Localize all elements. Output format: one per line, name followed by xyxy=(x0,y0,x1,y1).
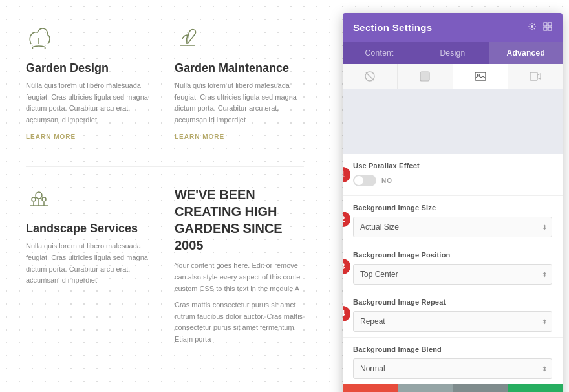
redo-button[interactable]: ↻ xyxy=(453,384,508,392)
grid-icon[interactable] xyxy=(543,22,552,33)
tab-design[interactable]: Design xyxy=(416,42,489,64)
panel-header-icons xyxy=(528,22,552,33)
svg-rect-7 xyxy=(544,27,547,30)
bg-type-color[interactable] xyxy=(398,64,453,89)
card-landscape-title: Landscape Services xyxy=(26,222,155,235)
annotation-2: 2 xyxy=(343,212,350,227)
landscape-icon xyxy=(26,186,155,214)
confirm-button[interactable]: ✓ xyxy=(508,384,563,392)
svg-rect-14 xyxy=(530,72,537,80)
card-garden-maintenance-body: Nulla quis lorem ut libero malesuada feu… xyxy=(175,80,304,125)
parallax-section: 1 Use Parallax Effect NO xyxy=(343,154,563,195)
bg-repeat-select[interactable]: Repeat No Repeat Repeat X Repeat Y xyxy=(353,311,552,332)
card-garden-design-title: Garden Design xyxy=(26,61,155,75)
bg-blend-select[interactable]: Normal Multiply Screen Overlay xyxy=(353,358,552,379)
card-garden-maintenance-title: Garden Maintenance xyxy=(175,61,304,75)
bg-blend-select-wrapper: Normal Multiply Screen Overlay ⬍ xyxy=(353,358,552,379)
card-landscape-body: Nulla quis lorem ut libero malesuada feu… xyxy=(26,241,155,286)
section-body1: Your content goes here. Edit or remove c… xyxy=(175,260,304,294)
svg-point-4 xyxy=(531,25,533,28)
card-garden-maintenance-cta[interactable]: LEARN MORE xyxy=(175,133,304,140)
panel-body: 1 Use Parallax Effect NO 2 Background Im… xyxy=(343,64,563,384)
annotation-1: 1 xyxy=(343,167,350,182)
section-text: WE'VE BEEN CREATING HIGH GARDENS SINCE 2… xyxy=(175,180,304,345)
parallax-label: Use Parallax Effect xyxy=(353,162,552,169)
parallax-toggle[interactable] xyxy=(353,175,376,186)
section-body2: Cras mattis consectetur purus sit amet r… xyxy=(175,299,304,345)
undo-button[interactable]: ↺ xyxy=(398,384,453,392)
cancel-button[interactable]: ✕ xyxy=(343,384,398,392)
bg-type-bar xyxy=(343,64,563,89)
bg-type-clear[interactable] xyxy=(343,64,398,89)
section-block: Landscape Services Nulla quis lorem ut l… xyxy=(26,166,304,345)
bg-type-image[interactable] xyxy=(453,64,508,89)
bg-blend-label: Background Image Blend xyxy=(353,345,552,353)
panel-footer: ✕ ↺ ↻ ✓ xyxy=(343,384,563,392)
bg-size-label: Background Image Size xyxy=(353,204,552,212)
card-grid: Garden Design Nulla quis lorem ut libero… xyxy=(26,19,304,147)
parallax-toggle-label: NO xyxy=(381,177,392,184)
bg-image-preview xyxy=(343,89,563,154)
svg-point-3 xyxy=(42,197,46,201)
annotation-4: 4 xyxy=(343,306,350,321)
bg-size-select-wrapper: Actual Size Cover Contain ⬍ xyxy=(353,217,552,237)
panel-title: Section Settings xyxy=(353,22,432,33)
bg-position-select-wrapper: Top Center Top Left Top Right Center Bot… xyxy=(353,264,552,285)
section-settings-panel: Section Settings Content Design Advanced xyxy=(343,13,563,392)
svg-point-2 xyxy=(32,197,36,201)
svg-line-10 xyxy=(366,72,374,80)
parallax-toggle-row: NO xyxy=(353,175,552,186)
bg-type-video[interactable] xyxy=(508,64,563,89)
svg-rect-11 xyxy=(420,72,429,81)
bg-repeat-section: 4 Background Image Repeat Repeat No Repe… xyxy=(343,290,563,337)
svg-point-1 xyxy=(36,192,42,199)
bg-position-label: Background Image Position xyxy=(353,251,552,259)
bg-size-section: 2 Background Image Size Actual Size Cove… xyxy=(343,196,563,243)
page-content: Garden Design Nulla quis lorem ut libero… xyxy=(0,0,330,392)
bg-size-select[interactable]: Actual Size Cover Contain xyxy=(353,217,552,237)
bg-repeat-select-wrapper: Repeat No Repeat Repeat X Repeat Y ⬍ xyxy=(353,311,552,332)
garden-design-icon xyxy=(26,26,155,54)
panel-tabs: Content Design Advanced xyxy=(343,42,563,64)
card-garden-design-body: Nulla quis lorem ut libero malesuada feu… xyxy=(26,80,155,125)
card-garden-design: Garden Design Nulla quis lorem ut libero… xyxy=(26,19,155,147)
svg-rect-6 xyxy=(548,23,552,26)
section-heading: WE'VE BEEN CREATING HIGH GARDENS SINCE 2… xyxy=(175,186,304,254)
bg-blend-section: Background Image Blend Normal Multiply S… xyxy=(343,338,563,384)
svg-rect-8 xyxy=(548,27,552,30)
card-garden-design-cta[interactable]: LEARN MORE xyxy=(26,133,155,140)
svg-rect-5 xyxy=(544,23,547,26)
annotation-3: 3 xyxy=(343,259,350,274)
bg-repeat-label: Background Image Repeat xyxy=(353,298,552,306)
bg-position-select[interactable]: Top Center Top Left Top Right Center Bot… xyxy=(353,264,552,285)
garden-maintenance-icon xyxy=(175,26,304,54)
settings-icon[interactable] xyxy=(528,22,537,33)
svg-point-0 xyxy=(32,46,45,49)
tab-advanced[interactable]: Advanced xyxy=(489,42,563,64)
svg-rect-12 xyxy=(475,72,486,80)
card-garden-maintenance: Garden Maintenance Nulla quis lorem ut l… xyxy=(175,19,304,147)
tab-content[interactable]: Content xyxy=(343,42,416,64)
bg-position-section: 3 Background Image Position Top Center T… xyxy=(343,243,563,290)
panel-header: Section Settings xyxy=(343,13,563,42)
card-landscape: Landscape Services Nulla quis lorem ut l… xyxy=(26,180,155,345)
